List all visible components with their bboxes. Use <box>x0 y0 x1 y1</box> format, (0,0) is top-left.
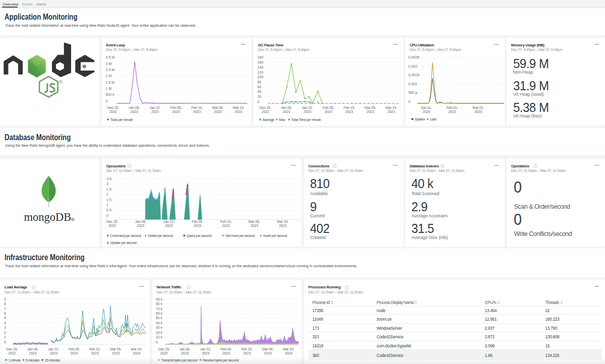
svg-text:0: 0 <box>257 99 259 103</box>
svg-text:2023: 2023 <box>130 110 138 114</box>
svg-text:40: 40 <box>257 90 261 94</box>
svg-text:2022: 2022 <box>109 110 116 114</box>
svg-text:1: 1 <box>106 203 108 207</box>
svg-text:7: 7 <box>4 307 6 311</box>
svg-text:500 k: 500 k <box>105 93 114 97</box>
svg-text:100: 100 <box>257 75 263 79</box>
svg-text:Jan 22,: Jan 22, <box>163 219 174 223</box>
svg-text:2023: 2023 <box>284 351 292 355</box>
svg-text:0: 0 <box>408 99 410 103</box>
svg-text:60 k: 60 k <box>156 312 163 316</box>
svg-text:140: 140 <box>257 65 263 69</box>
svg-text:Dec 25,: Dec 25, <box>107 106 118 110</box>
svg-text:Feb 19,: Feb 19, <box>89 347 101 351</box>
svg-text:2 M: 2 M <box>105 74 111 78</box>
svg-text:2023: 2023 <box>366 110 374 114</box>
svg-text:2023: 2023 <box>222 351 230 355</box>
svg-text:9: 9 <box>4 297 6 301</box>
svg-text:2023: 2023 <box>151 110 159 114</box>
svg-text:Mar 05,: Mar 05, <box>365 106 376 110</box>
svg-text:2023: 2023 <box>422 110 430 114</box>
svg-text:8: 8 <box>4 302 6 306</box>
svg-text:160: 160 <box>257 60 263 65</box>
svg-text:6: 6 <box>4 312 6 316</box>
svg-text:1.5: 1.5 <box>106 198 111 202</box>
svg-text:2023: 2023 <box>112 351 119 355</box>
svg-text:2023: 2023 <box>448 110 456 114</box>
svg-text:10 k: 10 k <box>156 335 163 339</box>
svg-text:80: 80 <box>257 80 261 84</box>
svg-text:2023: 2023 <box>387 110 395 114</box>
svg-text:2023: 2023 <box>264 351 271 355</box>
svg-text:Mar 05,: Mar 05, <box>110 347 122 351</box>
svg-text:2022: 2022 <box>160 351 167 355</box>
svg-text:0.5: 0.5 <box>106 208 111 212</box>
svg-text:Mar 19,: Mar 19, <box>131 347 142 351</box>
svg-text:0.002: 0.002 <box>408 64 417 68</box>
svg-text:2023: 2023 <box>250 223 258 227</box>
svg-text:40 k: 40 k <box>156 321 163 325</box>
svg-text:5: 5 <box>4 316 6 320</box>
svg-text:Mar 19,: Mar 19, <box>277 219 288 223</box>
svg-text:Dec 25,: Dec 25, <box>158 347 169 351</box>
svg-text:Get more per second: Get more per second <box>225 233 255 237</box>
svg-text:500 µ: 500 µ <box>408 91 417 95</box>
svg-text:2023: 2023 <box>71 351 78 355</box>
svg-text:Mar 05,: Mar 05, <box>262 347 273 351</box>
svg-text:20 k: 20 k <box>156 331 163 335</box>
svg-text:Mar 19,: Mar 19, <box>232 106 244 110</box>
svg-text:3.5 M: 3.5 M <box>105 55 114 59</box>
svg-text:1: 1 <box>4 335 6 339</box>
svg-text:Mar 05,: Mar 05, <box>248 219 260 223</box>
svg-text:2023: 2023 <box>193 110 201 114</box>
svg-text:0: 0 <box>156 340 158 344</box>
svg-text:Mar 19,: Mar 19, <box>385 106 397 110</box>
svg-text:2023: 2023 <box>29 351 37 355</box>
svg-text:Mar 19,: Mar 19, <box>282 347 294 351</box>
svg-text:Jan 08,: Jan 08, <box>179 347 190 351</box>
svg-text:Insert per second: Insert per second <box>263 233 287 237</box>
svg-text:4: 4 <box>4 321 6 325</box>
svg-text:3: 3 <box>4 326 6 330</box>
svg-text:2023: 2023 <box>50 351 57 355</box>
svg-text:70 k: 70 k <box>156 307 163 311</box>
svg-text:2022: 2022 <box>108 223 116 227</box>
svg-text:Feb 19,: Feb 19, <box>241 347 253 351</box>
svg-text:0.0015: 0.0015 <box>408 73 419 77</box>
svg-text:2022: 2022 <box>261 110 269 114</box>
svg-text:Update per second: Update per second <box>110 241 137 245</box>
svg-text:User: User <box>430 117 437 120</box>
svg-text:2023: 2023 <box>165 223 172 227</box>
svg-text:Jan 08,: Jan 08, <box>135 219 146 223</box>
svg-text:2.5: 2.5 <box>106 187 111 191</box>
svg-text:50 k: 50 k <box>156 316 163 320</box>
svg-text:60: 60 <box>257 85 261 89</box>
svg-text:2023: 2023 <box>243 351 251 355</box>
svg-text:Command per second: Command per second <box>110 233 141 237</box>
svg-text:3 M: 3 M <box>105 62 111 66</box>
svg-text:R: R <box>60 81 62 83</box>
svg-text:2023: 2023 <box>222 223 229 227</box>
svg-text:30 k: 30 k <box>156 326 163 330</box>
svg-text:2023: 2023 <box>172 110 179 114</box>
svg-text:2023: 2023 <box>214 110 221 114</box>
svg-text:Feb 19,: Feb 19, <box>343 106 355 110</box>
svg-text:Jan 08,: Jan 08, <box>129 106 140 110</box>
svg-text:Dec 25,: Dec 25, <box>6 347 18 351</box>
svg-text:Ticks per minute: Ticks per minute <box>110 117 133 122</box>
svg-text:Feb 05,: Feb 05, <box>69 347 80 351</box>
svg-text:0: 0 <box>106 213 108 217</box>
svg-text:Jan 08,: Jan 08, <box>280 106 291 110</box>
svg-text:2023: 2023 <box>324 110 332 114</box>
svg-text:2: 2 <box>106 193 108 197</box>
svg-text:Feb 05,: Feb 05, <box>192 219 203 223</box>
svg-text:2023: 2023 <box>194 223 201 227</box>
svg-text:R: R <box>72 218 74 220</box>
svg-text:Jan 01,: Jan 01, <box>420 106 432 110</box>
svg-text:2: 2 <box>4 331 6 335</box>
svg-text:Dec 25,: Dec 25, <box>259 106 271 110</box>
svg-text:System: System <box>414 117 425 121</box>
svg-text:Jan 22,: Jan 22, <box>301 106 313 110</box>
svg-text:2023: 2023 <box>345 110 353 114</box>
svg-text:3: 3 <box>106 182 108 186</box>
